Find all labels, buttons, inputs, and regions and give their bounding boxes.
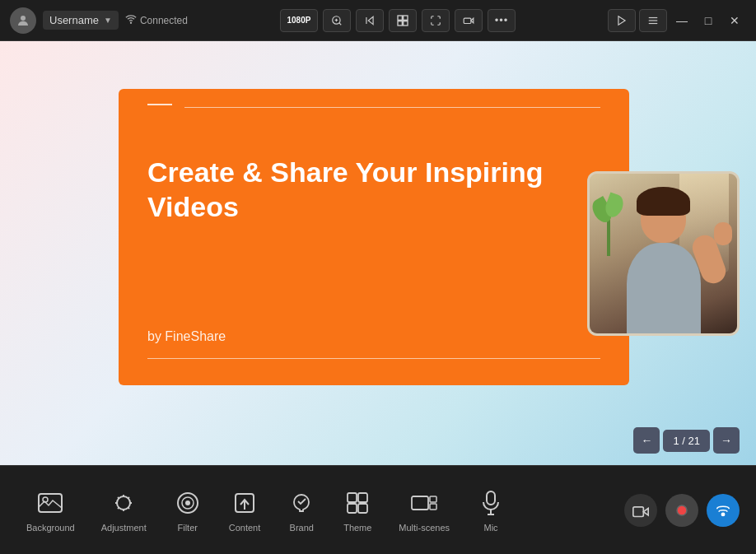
prev-slide-button[interactable]: ← [633, 427, 660, 454]
slide-counter: 1 / 21 [663, 430, 710, 452]
zoom-button[interactable] [323, 9, 351, 32]
layout-button[interactable] [389, 9, 417, 32]
svg-rect-8 [398, 16, 402, 20]
svg-rect-31 [430, 496, 436, 502]
avatar [10, 7, 36, 34]
chevron-down-icon: ▼ [104, 16, 112, 25]
close-button[interactable]: ✕ [723, 9, 746, 32]
video-button[interactable] [455, 9, 483, 32]
svg-point-23 [185, 500, 190, 505]
username-label: Username [49, 14, 99, 26]
svg-rect-36 [633, 506, 644, 516]
top-bar-left: Username ▼ Connected [10, 7, 188, 34]
svg-rect-29 [358, 504, 367, 513]
tool-content[interactable]: Content [219, 482, 271, 539]
nav-controls: ← 1 / 21 → [633, 427, 740, 454]
brand-icon [287, 488, 316, 518]
main-area: Create & Share Your Inspiring Videos by … [0, 41, 756, 465]
svg-rect-32 [430, 504, 436, 510]
content-label: Content [229, 523, 261, 533]
webcam-overlay [587, 171, 740, 336]
top-bar: Username ▼ Connected 1080P [0, 0, 756, 41]
slide-bottom-line [147, 358, 600, 359]
slide-top-line [184, 107, 600, 108]
svg-point-0 [21, 16, 26, 21]
more-button[interactable]: ••• [488, 9, 516, 32]
svg-marker-14 [618, 16, 625, 25]
svg-rect-10 [398, 21, 402, 25]
maximize-button[interactable]: □ [697, 9, 720, 32]
username-box[interactable]: Username ▼ [43, 11, 119, 30]
connected-status: Connected [125, 13, 188, 27]
mic-icon [476, 488, 506, 518]
next-slide-button[interactable]: → [713, 427, 740, 454]
tool-mic[interactable]: Mic [466, 482, 516, 539]
webcam-bg [590, 174, 737, 333]
theme-label: Theme [343, 523, 371, 533]
svg-rect-9 [404, 16, 408, 20]
wifi-icon [125, 13, 137, 27]
connected-label: Connected [140, 15, 188, 26]
svg-marker-6 [368, 16, 373, 24]
svg-line-3 [339, 22, 342, 25]
svg-rect-33 [487, 491, 495, 505]
resolution-button[interactable]: 1080P [280, 9, 318, 32]
mic-label: Mic [483, 523, 497, 533]
svg-rect-30 [412, 496, 428, 510]
tool-background[interactable]: Background [16, 482, 85, 539]
background-icon [35, 488, 65, 518]
adjustment-icon [109, 488, 138, 518]
content-icon [230, 488, 259, 518]
live-button[interactable] [707, 494, 740, 527]
bottom-toolbar: Background Adjustment Filter [0, 465, 756, 554]
svg-rect-27 [358, 493, 367, 502]
multiscenes-icon [409, 488, 439, 518]
toolbar-items: Background Adjustment Filter [16, 482, 516, 539]
present-button[interactable] [608, 9, 636, 32]
adjustment-label: Adjustment [101, 523, 147, 533]
svg-rect-26 [348, 493, 357, 502]
minimize-button[interactable]: — [670, 9, 693, 32]
fullscreen-button[interactable] [422, 9, 450, 32]
filter-label: Filter [178, 523, 198, 533]
top-bar-center: 1080P [280, 9, 516, 32]
skip-button[interactable] [356, 9, 384, 32]
tool-filter[interactable]: Filter [163, 482, 212, 539]
brand-label: Brand [290, 523, 314, 533]
top-bar-right: — □ ✕ [608, 9, 746, 32]
person-figure [614, 193, 713, 333]
tool-adjustment[interactable]: Adjustment [91, 482, 156, 539]
svg-rect-11 [404, 21, 408, 25]
slide-dash [147, 104, 172, 105]
camera-button[interactable] [624, 494, 657, 527]
background-label: Background [26, 523, 75, 533]
svg-point-38 [721, 513, 724, 515]
record-button[interactable] [665, 494, 698, 527]
slide-byline: by FineShare [147, 329, 226, 344]
multiscenes-label: Multi-scenes [399, 523, 450, 533]
filter-icon [173, 488, 203, 518]
theme-icon [343, 488, 372, 518]
ellipsis-icon: ••• [495, 14, 509, 26]
svg-point-37 [677, 505, 687, 515]
tool-brand[interactable]: Brand [277, 482, 326, 539]
menu-button[interactable] [639, 9, 667, 32]
svg-point-1 [130, 22, 131, 23]
toolbar-right [624, 494, 740, 527]
tool-theme[interactable]: Theme [333, 482, 382, 539]
tool-multiscenes[interactable]: Multi-scenes [389, 482, 460, 539]
svg-rect-28 [348, 504, 357, 513]
slide: Create & Share Your Inspiring Videos by … [119, 89, 629, 385]
slide-container: Create & Share Your Inspiring Videos by … [119, 89, 637, 418]
svg-rect-12 [464, 18, 471, 23]
slide-title: Create & Share Your Inspiring Videos [147, 155, 600, 225]
